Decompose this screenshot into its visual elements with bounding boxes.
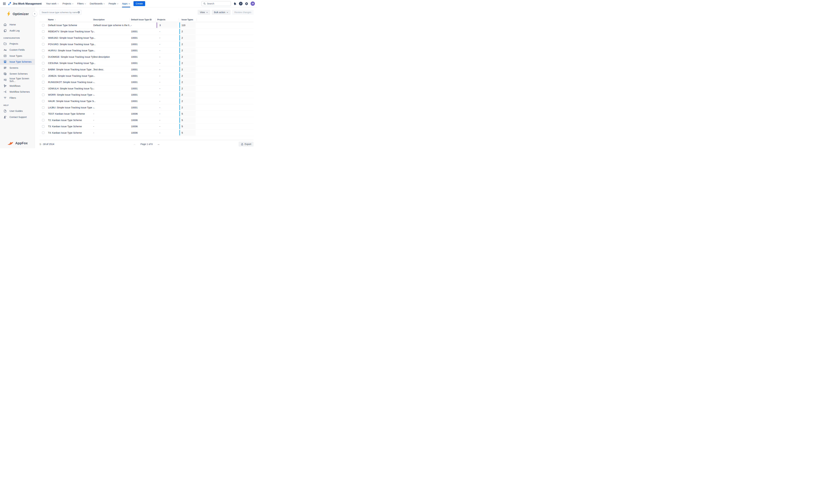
row-checkbox[interactable] <box>42 94 44 96</box>
row-checkbox[interactable] <box>42 87 44 90</box>
table-row[interactable]: DUOMIGE: Simple Issue Tracking Issue Ty.… <box>40 54 254 60</box>
notifications-bell-icon[interactable] <box>233 1 237 6</box>
row-checkbox[interactable] <box>42 125 44 128</box>
row-checkbox[interactable] <box>42 100 44 102</box>
next-page-arrow-icon[interactable]: → <box>157 142 160 146</box>
global-search[interactable] <box>201 1 231 6</box>
table-row[interactable]: UDWULH: Simple Issue Tracking Issue Ty..… <box>40 85 254 92</box>
sidebar-item-screen-schemes[interactable]: Screen Schemes <box>0 71 35 77</box>
cell-name[interactable]: JOIBZA: Simple Issue Tracking Issue Type… <box>48 75 95 77</box>
column-header-description[interactable]: Description <box>93 19 105 21</box>
cell-name[interactable]: T4: Kanban Issue Type Scheme <box>48 131 82 134</box>
row-checkbox[interactable] <box>42 113 44 115</box>
sidebar-item-issue-type-screen-sch[interactable]: Issue Type Screen Sch... <box>0 77 35 83</box>
cell-name[interactable]: POVURO: Simple Issue Tracking Issue Typ.… <box>48 43 96 46</box>
app-switcher-button[interactable] <box>2 1 7 6</box>
row-checkbox[interactable] <box>42 56 44 58</box>
cell-name[interactable]: T3: Kanban Issue Type Scheme <box>48 125 82 128</box>
row-checkbox[interactable] <box>42 81 44 83</box>
table-row[interactable]: T2: Kanban Issue Type Scheme - 10006 - 5 <box>40 117 254 123</box>
brand-home-link[interactable]: Jira Work Management <box>8 2 41 5</box>
sidebar-item-filters[interactable]: Filters <box>0 95 35 101</box>
sidebar-item-screens[interactable]: Screens <box>0 65 35 71</box>
sort-icon[interactable] <box>54 19 56 21</box>
table-row[interactable]: HAUR: Simple Issue Tracking Issue Type S… <box>40 98 254 104</box>
table-row[interactable]: WARJAD: Simple Issue Tracking Issue Typ.… <box>40 35 254 41</box>
navbar-menu-item-filters[interactable]: Filters <box>75 0 88 7</box>
row-checkbox[interactable] <box>42 49 44 52</box>
view-button[interactable]: View <box>198 10 210 15</box>
sidebar-item-issue-types[interactable]: Issue Types <box>0 53 35 59</box>
table-row[interactable]: TEST: Kanban Issue Type Scheme - 10006 -… <box>40 111 254 117</box>
row-checkbox[interactable] <box>42 106 44 109</box>
row-checkbox[interactable] <box>42 75 44 77</box>
help-icon[interactable]: ? <box>239 2 243 5</box>
column-header-projects[interactable]: Projects <box>157 19 165 21</box>
table-row[interactable]: T3: Kanban Issue Type Scheme - 10006 - 5 <box>40 123 254 130</box>
cell-name[interactable]: CESIJNA: Simple Issue Tracking Issue Typ… <box>48 62 95 64</box>
row-checkbox[interactable] <box>42 132 44 134</box>
navbar-menu-item-dashboards[interactable]: Dashboards <box>88 0 107 7</box>
column-header-name[interactable]: Name <box>48 19 56 21</box>
sidebar-item-contact-support[interactable]: Contact Support <box>0 114 35 120</box>
review-changes-button[interactable]: Review changes <box>232 10 254 15</box>
cell-name[interactable]: UDWULH: Simple Issue Tracking Issue Ty..… <box>48 87 94 90</box>
sidebar-item-projects[interactable]: Projects <box>0 41 35 47</box>
table-row[interactable]: WORR: Simple Issue Tracking Issue Type .… <box>40 92 254 98</box>
cell-name[interactable]: LAJBU: Simple Issue Tracking Issue Type … <box>48 106 95 109</box>
cell-name[interactable]: WORR: Simple Issue Tracking Issue Type .… <box>48 93 95 96</box>
navbar-menu-item-projects[interactable]: Projects <box>61 0 75 7</box>
navbar-menu-item-your-work[interactable]: Your work <box>44 0 61 7</box>
gear-icon[interactable] <box>245 2 248 5</box>
sidebar-item-custom-fields[interactable]: Aa Custom Fields <box>0 47 35 53</box>
cell-name[interactable]: DUOMIGE: Simple Issue Tracking Issue Ty.… <box>48 56 95 58</box>
export-button[interactable]: Export <box>239 142 254 147</box>
cell-name[interactable]: T2: Kanban Issue Type Scheme <box>48 119 82 121</box>
cell-name[interactable]: HURVU: Simple Issue Tracking Issue Type.… <box>48 49 95 52</box>
table-row[interactable]: POVURO: Simple Issue Tracking Issue Typ.… <box>40 41 254 48</box>
sidebar-item-workflows[interactable]: Workflows <box>0 83 35 89</box>
table-row[interactable]: RUNGOKOT: Simple Issue Tracking Issue ..… <box>40 79 254 85</box>
column-header-default-issue-type-id[interactable]: Default Issue Type ID <box>131 19 152 21</box>
table-row[interactable]: JOIBZA: Simple Issue Tracking Issue Type… <box>40 73 254 79</box>
cell-name[interactable]: HAUR: Simple Issue Tracking Issue Type S… <box>48 100 96 102</box>
row-checkbox[interactable] <box>42 24 44 27</box>
cell-name[interactable]: WARJAD: Simple Issue Tracking Issue Typ.… <box>48 37 95 39</box>
table-row[interactable]: T4: Kanban Issue Type Scheme - 10006 - 5 <box>40 130 254 136</box>
cell-name[interactable]: RUNGOKOT: Simple Issue Tracking Issue ..… <box>48 81 95 83</box>
navbar-menu-item-apps[interactable]: Apps <box>120 0 132 7</box>
row-checkbox[interactable] <box>42 43 44 45</box>
table-row[interactable]: LAJBU: Simple Issue Tracking Issue Type … <box>40 104 254 111</box>
prev-page-arrow-icon[interactable]: ← <box>133 142 136 146</box>
bulk-action-button[interactable]: Bulk action <box>212 10 231 15</box>
scheme-search-input[interactable] <box>42 11 77 14</box>
cell-name[interactable]: REBDATV: Simple Issue Tracking Issue Ty.… <box>48 30 95 33</box>
sidebar-item-audit-log[interactable]: Audit Log <box>0 28 35 34</box>
table-row[interactable]: Default Issue Type Scheme Default issue … <box>40 22 254 29</box>
cell-name[interactable]: BABM: Simple Issue Tracking Issue Type .… <box>48 68 94 71</box>
scheme-search[interactable] <box>40 10 82 15</box>
row-checkbox[interactable] <box>42 119 44 121</box>
cell-name[interactable]: Default Issue Type Scheme <box>48 24 77 27</box>
cell-issue-types: 2 <box>182 106 183 109</box>
column-header-issue-types[interactable]: Issue Types <box>182 19 193 21</box>
table-row[interactable]: BABM: Simple Issue Tracking Issue Type .… <box>40 66 254 73</box>
global-search-input[interactable] <box>207 2 229 5</box>
table-row[interactable]: CESIJNA: Simple Issue Tracking Issue Typ… <box>40 60 254 67</box>
cell-name[interactable]: TEST: Kanban Issue Type Scheme <box>48 112 85 115</box>
row-checkbox[interactable] <box>42 37 44 39</box>
table-row[interactable]: REBDATV: Simple Issue Tracking Issue Ty.… <box>40 29 254 35</box>
row-checkbox[interactable] <box>42 68 44 71</box>
sidebar-item-user-guides[interactable]: User Guides <box>0 108 35 114</box>
sidebar-item-issue-type-schemes[interactable]: Issue Type Schemes <box>0 59 35 65</box>
row-checkbox[interactable] <box>42 30 44 33</box>
row-checkbox[interactable] <box>42 62 44 64</box>
clear-search-icon[interactable] <box>77 11 80 14</box>
table-row[interactable]: HURVU: Simple Issue Tracking Issue Type.… <box>40 47 254 54</box>
sidebar-item-workflow-schemes[interactable]: Workflow Schemes <box>0 89 35 95</box>
sidebar-item-home[interactable]: Home <box>0 22 35 28</box>
navbar-menu-item-people[interactable]: People <box>107 0 120 7</box>
user-avatar[interactable]: JR <box>251 1 255 6</box>
create-button[interactable]: Create <box>133 1 145 6</box>
sidebar-collapse-button[interactable] <box>32 11 37 16</box>
